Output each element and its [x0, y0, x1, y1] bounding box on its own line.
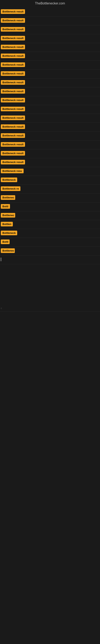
bottleneck-badge-20: Bottleneck — [1, 178, 17, 182]
small-char-row: c — [0, 304, 100, 312]
result-row-4: Bottleneck result — [0, 34, 100, 43]
page-container: TheBottlenecker.com Bottleneck result Bo… — [0, 0, 100, 644]
bottleneck-badge-8: Bottleneck result — [1, 71, 25, 76]
bottleneck-badge-4: Bottleneck result — [1, 36, 25, 40]
bottleneck-badge-10: Bottleneck result — [1, 89, 25, 94]
bottleneck-badge-3: Bottleneck result — [1, 27, 25, 32]
bottleneck-badge-15: Bottleneck result — [1, 133, 25, 138]
result-row-24: Bottlenec — [0, 211, 100, 220]
result-row-8: Bottleneck result — [0, 70, 100, 78]
bottleneck-badge-27: Bottl — [1, 240, 10, 244]
bottleneck-badge-14: Bottleneck result — [1, 124, 25, 129]
bottleneck-badge-18: Bottleneck result — [1, 160, 25, 164]
small-char: c — [1, 307, 2, 309]
result-row-17: Bottleneck result — [0, 149, 100, 158]
result-row-21: Bottleneck re — [0, 185, 100, 194]
result-row-25: Bottlen — [0, 220, 100, 229]
bottleneck-badge-24: Bottlenec — [1, 213, 15, 218]
empty-space-2 — [0, 312, 100, 432]
bottleneck-badge-23: Bottl — [1, 204, 10, 209]
result-row-28: Bottlenec — [0, 247, 100, 256]
result-row-5: Bottleneck result — [0, 43, 100, 52]
result-row-3: Bottleneck result — [0, 25, 100, 34]
bottleneck-badge-17: Bottleneck result — [1, 151, 25, 156]
bottleneck-badge-9: Bottleneck result — [1, 80, 25, 85]
bottleneck-badge-28: Bottlenec — [1, 248, 15, 253]
result-row-16: Bottleneck result — [0, 140, 100, 149]
bottleneck-badge-6: Bottleneck result — [1, 54, 25, 58]
result-row-11: Bottleneck result — [0, 96, 100, 105]
result-row-2: Bottleneck result — [0, 16, 100, 25]
bottleneck-badge-22: Bottlenec — [1, 195, 15, 200]
bottleneck-badge-25: Bottlen — [1, 222, 13, 226]
result-row-12: Bottleneck result — [0, 105, 100, 114]
site-title: TheBottlenecker.com — [0, 0, 100, 7]
text-cursor — [1, 258, 1, 261]
bottleneck-badge-12: Bottleneck result — [1, 107, 25, 111]
result-row-7: Bottleneck result — [0, 61, 100, 70]
results-container: Bottleneck result Bottleneck result Bott… — [0, 7, 100, 433]
result-row-27: Bottl — [0, 238, 100, 247]
result-row-18: Bottleneck result — [0, 158, 100, 167]
result-row-13: Bottleneck result — [0, 114, 100, 123]
bottleneck-badge-2: Bottleneck result — [1, 18, 25, 23]
result-row-19: Bottleneck resu — [0, 167, 100, 176]
result-row-23: Bottl — [0, 202, 100, 211]
bottleneck-badge-26: Bottleneck — [1, 231, 17, 235]
bottleneck-badge-21: Bottleneck re — [1, 186, 20, 191]
bottleneck-badge-5: Bottleneck result — [1, 45, 25, 49]
result-row-22: Bottlenec — [0, 194, 100, 202]
result-row-26: Bottleneck — [0, 229, 100, 238]
bottleneck-badge-16: Bottleneck result — [1, 142, 25, 147]
result-row-1: Bottleneck result — [0, 8, 100, 16]
result-row-10: Bottleneck result — [0, 87, 100, 96]
bottleneck-badge-11: Bottleneck result — [1, 98, 25, 102]
result-row-9: Bottleneck result — [0, 78, 100, 87]
result-row-6: Bottleneck result — [0, 52, 100, 61]
cursor-row — [0, 256, 100, 264]
bottleneck-badge-13: Bottleneck result — [1, 116, 25, 120]
empty-space-1 — [0, 264, 100, 304]
bottleneck-badge-19: Bottleneck resu — [1, 169, 24, 173]
result-row-14: Bottleneck result — [0, 123, 100, 132]
bottleneck-badge-1: Bottleneck result — [1, 9, 25, 14]
result-row-20: Bottleneck — [0, 176, 100, 185]
result-row-15: Bottleneck result — [0, 132, 100, 140]
bottleneck-badge-7: Bottleneck result — [1, 62, 25, 67]
